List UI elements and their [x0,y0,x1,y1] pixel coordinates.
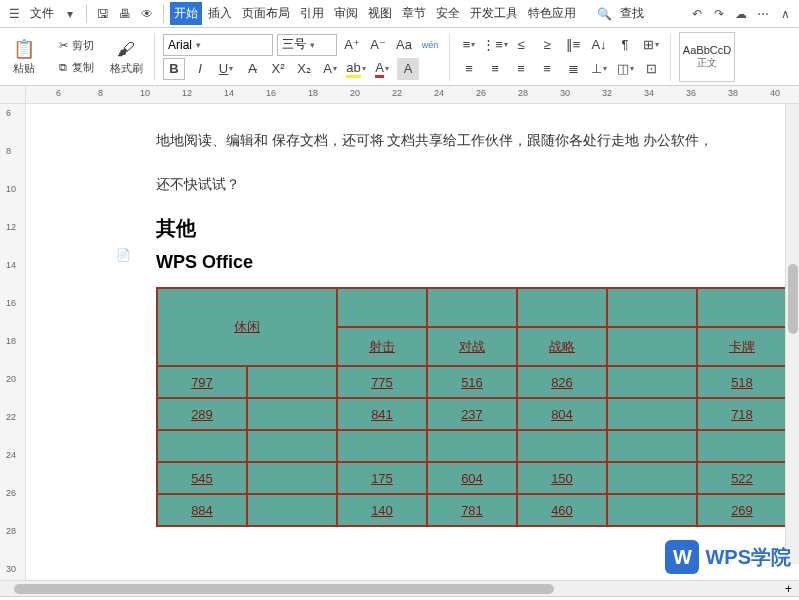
table-cell[interactable] [247,430,337,462]
search-icon[interactable]: 🔍 [594,4,614,24]
underline-button[interactable]: U▾ [215,58,237,80]
paragraph[interactable]: 还不快试试？ [156,168,799,202]
tab-review[interactable]: 审阅 [330,2,362,25]
table-cell[interactable]: 804 [517,398,607,430]
table-cell[interactable]: 289 [157,398,247,430]
table-cell-link[interactable]: 841 [371,407,393,422]
bold-button[interactable]: B [163,58,185,80]
table-header[interactable]: 对战 [427,327,517,366]
tab-view[interactable]: 视图 [364,2,396,25]
phonetic-guide-button[interactable]: wén [419,34,441,56]
tab-insert[interactable]: 插入 [204,2,236,25]
table-cell[interactable] [607,462,697,494]
tab-references[interactable]: 引用 [296,2,328,25]
paragraph[interactable]: 地地阅读、编辑和 保存文档，还可将 文档共享给工作伙伴，跟随你各处行走地 办公软… [156,124,799,158]
table-cell[interactable] [247,366,337,398]
table-cell-link[interactable]: 545 [191,471,213,486]
decrease-indent-button[interactable]: ≤ [510,34,532,56]
text-effects-button[interactable]: A▾ [319,58,341,80]
table-cell[interactable] [697,430,787,462]
table-cell-link[interactable]: 522 [731,471,753,486]
table-cell[interactable] [607,366,697,398]
font-size-select[interactable]: 三号▾ [277,34,337,56]
print-icon[interactable]: 🖶 [115,4,135,24]
table-cell[interactable]: 884 [157,494,247,526]
table-cell-link[interactable]: 604 [461,471,483,486]
change-case-button[interactable]: Aa [393,34,415,56]
format-painter-button[interactable]: 🖌 格式刷 [106,31,146,83]
line-spacing-button[interactable]: ‖≡ [562,34,584,56]
show-marks-button[interactable]: ¶ [614,34,636,56]
document-table[interactable]: 休闲射击对战战略卡牌797775516826518289841237804718… [156,287,788,527]
table-cell[interactable]: 150 [517,462,607,494]
italic-button[interactable]: I [189,58,211,80]
table-cell[interactable] [697,288,787,327]
table-cell-link[interactable]: 884 [191,503,213,518]
table-header[interactable]: 战略 [517,327,607,366]
align-left-button[interactable]: ≡ [458,58,480,80]
numbering-button[interactable]: ⋮≡▾ [484,34,506,56]
table-header-link[interactable]: 休闲 [234,319,260,334]
table-cell-link[interactable]: 781 [461,503,483,518]
table-header-link[interactable]: 卡牌 [729,339,755,354]
table-cell[interactable]: 826 [517,366,607,398]
sort-button[interactable]: A↓ [588,34,610,56]
table-cell[interactable]: 841 [337,398,427,430]
scrollbar-vertical[interactable] [785,104,799,564]
table-header[interactable]: 休闲 [157,288,337,366]
table-cell-link[interactable]: 516 [461,375,483,390]
table-cell[interactable]: 718 [697,398,787,430]
table-header[interactable] [607,327,697,366]
table-cell-link[interactable]: 797 [191,375,213,390]
table-cell[interactable] [337,430,427,462]
table-cell-link[interactable]: 518 [731,375,753,390]
tab-dev-tools[interactable]: 开发工具 [466,2,522,25]
chevron-down-icon[interactable]: ▾ [60,4,80,24]
table-cell-link[interactable]: 237 [461,407,483,422]
table-cell[interactable]: 518 [697,366,787,398]
table-cell-link[interactable]: 460 [551,503,573,518]
undo-icon[interactable]: ↶ [687,4,707,24]
table-header[interactable]: 卡牌 [697,327,787,366]
table-cell-link[interactable]: 775 [371,375,393,390]
tab-home[interactable]: 开始 [170,2,202,25]
bullets-button[interactable]: ≡▾ [458,34,480,56]
table-cell[interactable] [247,462,337,494]
table-cell[interactable]: 516 [427,366,517,398]
increase-indent-button[interactable]: ≥ [536,34,558,56]
add-view-icon[interactable]: + [785,582,799,596]
tab-security[interactable]: 安全 [432,2,464,25]
borders-button[interactable]: ⊞▾ [640,34,662,56]
table-cell-link[interactable]: 826 [551,375,573,390]
table-cell[interactable]: 460 [517,494,607,526]
paste-button[interactable]: 📋 粘贴 [4,31,44,83]
tab-page-layout[interactable]: 页面布局 [238,2,294,25]
more-icon[interactable]: ⋯ [753,4,773,24]
redo-icon[interactable]: ↷ [709,4,729,24]
table-cell[interactable] [607,288,697,327]
preview-icon[interactable]: 👁 [137,4,157,24]
collapse-icon[interactable]: ∧ [775,4,795,24]
scrollbar-thumb[interactable] [788,264,798,334]
scrollbar-horizontal[interactable]: + [0,580,799,596]
copy-button[interactable]: ⧉复制 [52,58,98,78]
shrink-font-button[interactable]: A⁻ [367,34,389,56]
align-justify-button[interactable]: ≡ [536,58,558,80]
table-cell[interactable] [247,494,337,526]
save-icon[interactable]: 🖫 [93,4,113,24]
table-cell[interactable] [517,430,607,462]
table-cell[interactable]: 175 [337,462,427,494]
table-cell[interactable] [607,430,697,462]
heading-3[interactable]: WPS Office [156,252,799,273]
table-cell[interactable] [247,398,337,430]
ruler-horizontal[interactable]: 6810121416182022242628303234363840 [0,86,799,104]
search-label[interactable]: 查找 [616,2,648,25]
table-cell[interactable]: 604 [427,462,517,494]
table-cell[interactable]: 545 [157,462,247,494]
table-cell[interactable] [607,398,697,430]
table-header-link[interactable]: 射击 [369,339,395,354]
table-header-link[interactable]: 对战 [459,339,485,354]
align-right-button[interactable]: ≡ [510,58,532,80]
paragraph-options-icon[interactable]: 📄 [116,248,132,264]
hamburger-icon[interactable]: ☰ [4,4,24,24]
